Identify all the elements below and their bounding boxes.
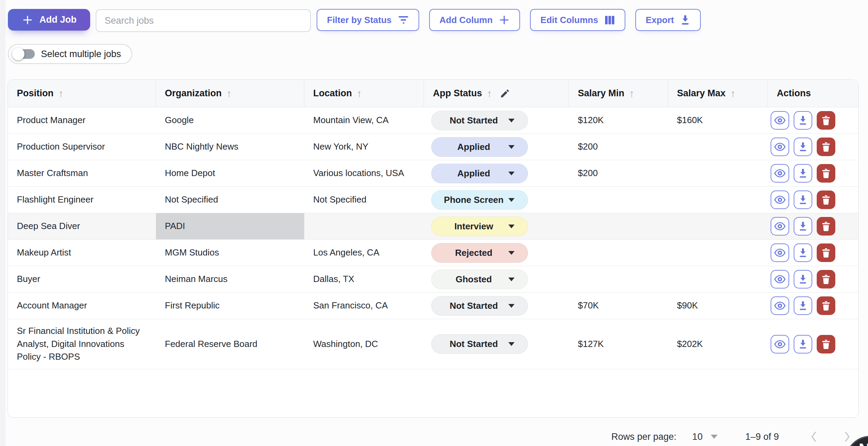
column-header-app-status[interactable]: App Status ↑ bbox=[424, 80, 569, 107]
search-input[interactable] bbox=[96, 9, 311, 32]
column-header-organization[interactable]: Organization ↑ bbox=[156, 80, 304, 107]
view-job-button[interactable] bbox=[771, 243, 789, 262]
status-chip-dropdown[interactable]: Ghosted bbox=[431, 270, 528, 289]
status-label: Interview bbox=[454, 221, 493, 232]
view-job-button[interactable] bbox=[771, 191, 789, 209]
chevron-down-icon bbox=[508, 198, 515, 202]
position-cell: Deep Sea Diver bbox=[8, 214, 156, 238]
chevron-down-icon bbox=[508, 225, 515, 228]
status-label: Rejected bbox=[455, 248, 492, 258]
status-chip-dropdown[interactable]: Applied bbox=[431, 137, 528, 157]
actions-cell bbox=[768, 191, 858, 209]
actions-cell bbox=[768, 164, 858, 183]
toggle-switch-icon bbox=[13, 49, 35, 59]
view-job-button[interactable] bbox=[771, 296, 789, 315]
delete-job-button[interactable] bbox=[817, 270, 835, 289]
status-chip-dropdown[interactable]: Applied bbox=[431, 164, 528, 183]
toggle-label: Select multiple jobs bbox=[41, 49, 121, 59]
download-job-button[interactable] bbox=[794, 270, 812, 289]
eye-icon bbox=[774, 143, 786, 151]
download-job-button[interactable] bbox=[794, 138, 812, 156]
salary-max-cell bbox=[668, 247, 768, 258]
download-job-button[interactable] bbox=[794, 296, 812, 315]
trash-icon bbox=[822, 168, 830, 178]
salary-max-cell bbox=[668, 194, 768, 205]
edit-statuses-pencil-icon[interactable] bbox=[500, 88, 510, 99]
download-icon bbox=[798, 274, 808, 284]
download-job-button[interactable] bbox=[794, 111, 812, 130]
download-job-button[interactable] bbox=[794, 164, 812, 183]
sort-ascending-icon: ↑ bbox=[629, 88, 634, 99]
table-row: Master Craftsman Home Depot Various loca… bbox=[8, 160, 858, 187]
filter-button-label: Filter by Status bbox=[327, 15, 392, 25]
status-chip-dropdown[interactable]: Not Started bbox=[431, 296, 528, 316]
table-row: Product Manager Google Mountain View, CA… bbox=[8, 107, 858, 134]
add-job-button[interactable]: Add Job bbox=[8, 9, 90, 31]
position-cell: Production Supervisor bbox=[8, 135, 156, 159]
position-cell: Product Manager bbox=[8, 108, 156, 132]
sort-ascending-icon: ↑ bbox=[59, 88, 64, 99]
download-job-button[interactable] bbox=[794, 191, 812, 209]
position-cell: Buyer bbox=[8, 267, 156, 291]
delete-job-button[interactable] bbox=[817, 335, 835, 353]
add-column-label: Add Column bbox=[440, 15, 493, 25]
actions-cell bbox=[768, 296, 858, 315]
download-job-button[interactable] bbox=[794, 335, 812, 353]
add-column-button[interactable]: Add Column bbox=[429, 9, 520, 31]
column-header-salary-max[interactable]: Salary Max ↑ bbox=[668, 80, 768, 107]
export-label: Export bbox=[646, 15, 674, 25]
column-header-location[interactable]: Location ↑ bbox=[304, 80, 424, 107]
view-job-button[interactable] bbox=[771, 138, 789, 156]
status-chip-dropdown[interactable]: Interview bbox=[431, 217, 528, 236]
delete-job-button[interactable] bbox=[817, 164, 835, 183]
actions-cell bbox=[768, 243, 858, 262]
view-job-button[interactable] bbox=[771, 164, 789, 183]
status-label: Ghosted bbox=[456, 274, 492, 285]
download-icon bbox=[798, 168, 808, 178]
salary-min-cell bbox=[569, 221, 668, 232]
delete-job-button[interactable] bbox=[817, 217, 835, 236]
status-chip-dropdown[interactable]: Not Started bbox=[431, 334, 528, 354]
actions-cell bbox=[768, 217, 858, 236]
download-job-button[interactable] bbox=[794, 243, 812, 262]
view-job-button[interactable] bbox=[771, 217, 789, 236]
table-header: Position ↑ Organization ↑ Location ↑ App… bbox=[8, 80, 858, 107]
salary-min-cell bbox=[569, 247, 668, 258]
delete-job-button[interactable] bbox=[817, 138, 835, 156]
trash-icon bbox=[822, 115, 830, 126]
status-cell: Applied bbox=[424, 160, 569, 186]
download-icon bbox=[798, 339, 808, 349]
rows-per-page-select[interactable]: 10 bbox=[692, 432, 718, 442]
chevron-down-icon bbox=[508, 251, 515, 255]
trash-icon bbox=[822, 195, 830, 205]
next-page-button[interactable] bbox=[844, 431, 850, 442]
position-cell: Flashlight Engineer bbox=[8, 188, 156, 212]
view-job-button[interactable] bbox=[771, 270, 789, 289]
filter-by-status-button[interactable]: Filter by Status bbox=[317, 9, 419, 31]
status-chip-dropdown[interactable]: Not Started bbox=[431, 111, 528, 130]
export-button[interactable]: Export bbox=[635, 9, 701, 31]
delete-job-button[interactable] bbox=[817, 243, 835, 262]
download-job-button[interactable] bbox=[794, 217, 812, 236]
view-job-button[interactable] bbox=[771, 335, 789, 353]
plus-icon bbox=[22, 14, 33, 26]
trash-icon bbox=[822, 221, 830, 231]
edit-columns-button[interactable]: Edit Columns bbox=[530, 9, 625, 31]
delete-job-button[interactable] bbox=[817, 296, 835, 315]
table-row: Makeup Artist MGM Studios Los Angeles, C… bbox=[8, 240, 858, 266]
actions-cell bbox=[768, 111, 858, 130]
delete-job-button[interactable] bbox=[817, 111, 835, 130]
sort-ascending-icon: ↑ bbox=[730, 88, 735, 99]
previous-page-button[interactable] bbox=[811, 431, 817, 442]
status-chip-dropdown[interactable]: Rejected bbox=[431, 243, 528, 263]
salary-min-cell: $200 bbox=[569, 161, 668, 185]
status-cell: Rejected bbox=[424, 240, 569, 266]
column-header-salary-min[interactable]: Salary Min ↑ bbox=[569, 80, 668, 107]
status-chip-dropdown[interactable]: Phone Screen bbox=[431, 190, 528, 210]
column-header-position[interactable]: Position ↑ bbox=[8, 80, 156, 107]
delete-job-button[interactable] bbox=[817, 191, 835, 209]
select-multiple-jobs-toggle[interactable]: Select multiple jobs bbox=[8, 44, 132, 64]
view-job-button[interactable] bbox=[771, 111, 789, 130]
plus-icon bbox=[499, 14, 510, 25]
organization-cell: Home Depot bbox=[156, 161, 304, 185]
